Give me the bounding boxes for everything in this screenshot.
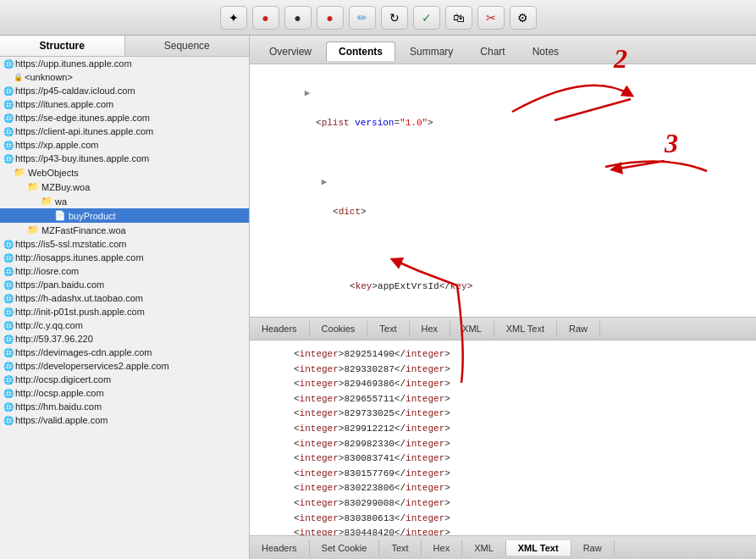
tree-item-label: http://ocsp.apple.com <box>15 388 104 398</box>
globe-icon: 🌐 <box>3 321 14 330</box>
tree-item-label: https://is5-ssl.mzstatic.com <box>15 239 126 249</box>
tab-contents[interactable]: Contents <box>326 42 395 61</box>
tab-summary[interactable]: Summary <box>397 42 466 61</box>
bag-button[interactable]: 🛍 <box>445 6 472 30</box>
tree-item-push-apple[interactable]: 🌐 http://init-p01st.push.apple.com <box>0 305 249 318</box>
tree-item-iosapps[interactable]: 🌐 http://iosapps.itunes.apple.com <box>0 251 249 264</box>
tree-item-is5-ssl[interactable]: 🌐 https://is5-ssl.mzstatic.com <box>0 237 249 251</box>
tab-headers-bot[interactable]: Headers <box>250 540 310 556</box>
tree-item-qqcom[interactable]: 🌐 http://c.y.qq.com <box>0 318 249 332</box>
tab-raw-bot[interactable]: Raw <box>571 540 615 556</box>
tree-item-buyproduct[interactable]: 📄 buyProduct <box>0 208 249 223</box>
folder-icon: 📁 <box>14 167 25 178</box>
int-item: <integer>830448420</integer> <box>260 526 746 535</box>
tree-item-label: WebObjects <box>28 168 79 178</box>
tree-item-devservices[interactable]: 🌐 https://developerservices2.apple.com <box>0 359 249 373</box>
globe-icon: 🌐 <box>3 240 14 249</box>
tree-item-label: http://init-p01st.push.apple.com <box>15 307 145 317</box>
tree-item-itunes[interactable]: 🌐 https://itunes.apple.com <box>0 97 249 111</box>
tab-hex-bot[interactable]: Hex <box>422 540 463 556</box>
tab-overview[interactable]: Overview <box>257 42 324 61</box>
globe-icon: 🌐 <box>3 280 14 290</box>
globe-icon: 🌐 <box>3 86 14 96</box>
tree-item-taobao[interactable]: 🌐 https://h-adashx.ut.taobao.com <box>0 291 249 305</box>
tree-item-label: https://valid.apple.com <box>15 415 108 425</box>
tree-item-devimages[interactable]: 🌐 https://devimages-cdn.apple.com <box>0 346 249 359</box>
tree-item-label: https://h-adashx.ut.taobao.com <box>15 293 143 303</box>
tree-item-mzfastfinance[interactable]: 📁 MZFastFinance.woa <box>0 223 249 237</box>
globe-icon: 🌐 <box>3 113 14 123</box>
tree-item-mzbuy[interactable]: 📁 MZBuy.woa <box>0 180 249 194</box>
tab-chart[interactable]: Chart <box>467 42 517 61</box>
tree-item-p45-caldav[interactable]: 🌐 https://p45-caldav.icloud.com <box>0 84 249 97</box>
record-red-2-button[interactable]: ● <box>317 6 344 30</box>
tab-xml-bot[interactable]: XML <box>462 540 506 556</box>
tab-text-mid[interactable]: Text <box>367 321 409 336</box>
tab-raw-mid[interactable]: Raw <box>557 321 600 336</box>
tree-item-label: MZFastFinance.woa <box>41 225 126 235</box>
globe-icon: 🌐 <box>3 141 14 150</box>
xml-content-area[interactable]: ▶ <plist version="1.0"> ▶ <dict> <key>ap… <box>250 64 756 317</box>
tree-item-wa[interactable]: 📁 wa <box>0 194 249 208</box>
tab-headers-mid[interactable]: Headers <box>250 321 310 336</box>
globe-icon: 🌐 <box>3 294 14 303</box>
tree-item-se-edge[interactable]: 🌐 https://se-edge.itunes.apple.com <box>0 111 249 125</box>
globe-icon: 🌐 <box>3 416 14 425</box>
tree-item-p43-buy[interactable]: 🌐 https://p43-buy.itunes.apple.com <box>0 152 249 165</box>
folder-icon: 📁 <box>27 224 39 235</box>
int-item: <integer>829655711</integer> <box>260 392 746 407</box>
scissors-button[interactable]: ✂ <box>477 6 505 30</box>
tree-item-label: https://hm.baidu.com <box>15 401 102 412</box>
tab-xmltext-mid[interactable]: XML Text <box>494 321 557 336</box>
tree-item-label: https://p43-buy.itunes.apple.com <box>15 153 149 163</box>
globe-icon: 🌐 <box>3 402 14 412</box>
tab-notes[interactable]: Notes <box>520 42 571 61</box>
tree-item-iosre[interactable]: 🌐 http://iosre.com <box>0 264 249 278</box>
xml-line: <dict> <box>277 207 367 232</box>
tree-item-label: https://devimages-cdn.apple.com <box>15 347 152 357</box>
tree-item-label: https://xp.apple.com <box>15 140 98 150</box>
refresh-button[interactable]: ↻ <box>381 6 408 30</box>
pencil-tool-button[interactable]: ✏ <box>349 6 376 30</box>
tree-item-unknown[interactable]: 🔒 <unknown> <box>0 70 249 84</box>
tree-item-xp-apple[interactable]: 🌐 https://xp.apple.com <box>0 138 249 152</box>
tree-item-webobjects[interactable]: 📁 WebObjects <box>0 165 249 180</box>
tab-xml-mid[interactable]: XML <box>450 321 494 336</box>
record-red-1-button[interactable]: ● <box>252 6 279 30</box>
tree-item-valid-apple[interactable]: 🌐 https://valid.apple.com <box>0 413 249 427</box>
check-button[interactable]: ✓ <box>413 6 440 30</box>
tree-item-label: http://iosre.com <box>15 266 79 276</box>
tab-cookies-mid[interactable]: Cookies <box>310 321 368 336</box>
int-item: <integer>830299008</integer> <box>260 496 746 512</box>
int-item: <integer>829251490</integer> <box>260 347 746 363</box>
tree-item-client-api[interactable]: 🌐 https://client-api.itunes.apple.com <box>0 125 249 138</box>
tree-item-label: http://ocsp.digicert.com <box>15 374 111 385</box>
tree-item-pan-baidu[interactable]: 🌐 https://pan.baidu.com <box>0 278 249 291</box>
tree-area[interactable]: 🌐 https://upp.itunes.apple.com 🔒 <unknow… <box>0 57 249 559</box>
tree-item-label: https://client-api.itunes.apple.com <box>15 126 153 136</box>
tree-item-hm-baidu[interactable]: 🌐 https://hm.baidu.com <box>0 400 249 413</box>
tree-item-ocsp-apple[interactable]: 🌐 http://ocsp.apple.com <box>0 386 249 400</box>
integer-list-area[interactable]: <integer>829251490</integer> <integer>82… <box>250 340 756 535</box>
tab-xmltext-bot[interactable]: XML Text <box>506 540 571 556</box>
tree-item-label: https://p45-caldav.icloud.com <box>15 86 135 96</box>
tree-item-upp-itunes[interactable]: 🌐 https://upp.itunes.apple.com <box>0 57 249 70</box>
tab-sequence[interactable]: Sequence <box>125 36 250 56</box>
left-panel-tabs: Structure Sequence <box>0 36 249 57</box>
tree-item-label: https://se-edge.itunes.apple.com <box>15 113 150 123</box>
record-black-button[interactable]: ● <box>284 6 312 30</box>
globe-icon: 🌐 <box>3 307 14 317</box>
right-top-tabs: Overview Contents Summary Chart Notes <box>250 36 756 64</box>
tree-item-label: https://upp.itunes.apple.com <box>15 58 132 69</box>
globe-icon: 🌐 <box>3 375 14 385</box>
globe-icon: 🌐 <box>3 253 14 263</box>
tree-item-ip[interactable]: 🌐 http://59.37.96.220 <box>0 332 249 346</box>
int-item: <integer>829330287</integer> <box>260 363 746 378</box>
tab-setcookie-bot[interactable]: Set Cookie <box>310 540 380 556</box>
tree-item-digicert[interactable]: 🌐 http://ocsp.digicert.com <box>0 373 249 386</box>
tab-hex-mid[interactable]: Hex <box>410 321 451 336</box>
gear-button[interactable]: ⚙ <box>510 6 537 30</box>
pointer-tool-button[interactable]: ✦ <box>220 6 247 30</box>
tab-text-bot[interactable]: Text <box>379 540 421 556</box>
tab-structure[interactable]: Structure <box>0 36 125 56</box>
